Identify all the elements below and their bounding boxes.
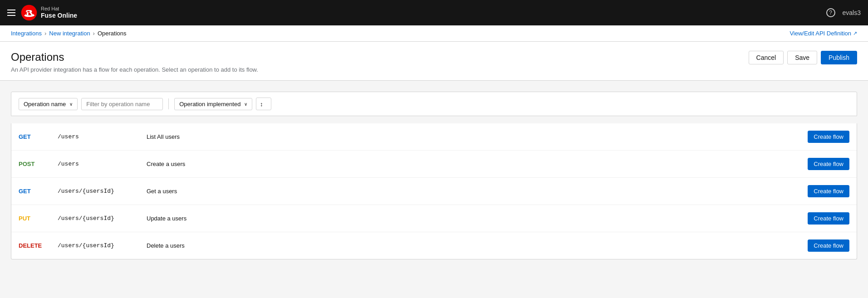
- op-path: /users/{usersId}: [58, 188, 139, 195]
- operation-name-filter-input[interactable]: [81, 98, 163, 110]
- svg-text:↕: ↕: [260, 101, 263, 107]
- brand-bottom: Fuse Online: [41, 12, 77, 20]
- breadcrumb-integrations[interactable]: Integrations: [11, 30, 42, 37]
- breadcrumb-current: Operations: [98, 30, 127, 37]
- table-row: DELETE/users/{usersId}Delete a usersCrea…: [11, 232, 857, 259]
- op-action: Create flow: [808, 212, 849, 225]
- main-content: Operation name ∨ Operation implemented ∨…: [0, 81, 868, 297]
- external-link-icon: ↗: [853, 30, 857, 36]
- operations-table: GET/usersList All usersCreate flowPOST/u…: [11, 123, 857, 259]
- page-description: An API provider integration has a flow f…: [11, 66, 258, 73]
- create-flow-button[interactable]: Create flow: [808, 185, 849, 197]
- filter-bar: Operation name ∨ Operation implemented ∨…: [11, 92, 857, 116]
- operation-status-chevron-icon: ∨: [244, 102, 247, 107]
- op-method: POST: [19, 161, 50, 167]
- cancel-button[interactable]: Cancel: [749, 51, 784, 64]
- op-description: Update a users: [147, 215, 800, 222]
- operation-name-filter-dropdown[interactable]: Operation name ∨: [19, 98, 78, 110]
- op-method: PUT: [19, 215, 50, 222]
- op-method: GET: [19, 188, 50, 195]
- save-button[interactable]: Save: [787, 51, 817, 64]
- user-label[interactable]: evals3: [843, 9, 861, 16]
- breadcrumb-new-integration[interactable]: New integration: [49, 30, 90, 37]
- op-action: Create flow: [808, 185, 849, 197]
- hamburger-menu[interactable]: [7, 10, 15, 16]
- op-path: /users/{usersId}: [58, 242, 139, 249]
- brand-top: Red Hat: [41, 6, 77, 12]
- operation-status-filter-dropdown[interactable]: Operation implemented ∨: [174, 98, 252, 110]
- op-action: Create flow: [808, 158, 849, 170]
- operation-name-filter-label: Operation name: [24, 101, 66, 107]
- publish-button[interactable]: Publish: [821, 51, 857, 64]
- sort-button[interactable]: ↕: [256, 98, 271, 110]
- create-flow-button[interactable]: Create flow: [808, 158, 849, 170]
- table-row: PUT/users/{usersId}Update a usersCreate …: [11, 205, 857, 232]
- breadcrumb: Integrations › New integration › Operati…: [11, 30, 127, 37]
- table-row: GET/usersList All usersCreate flow: [11, 123, 857, 151]
- breadcrumb-bar: Integrations › New integration › Operati…: [0, 25, 868, 42]
- breadcrumb-sep-2: ›: [93, 30, 95, 37]
- op-description: Delete a users: [147, 242, 800, 249]
- page-header-left: Operations An API provider integration h…: [11, 51, 258, 73]
- create-flow-button[interactable]: Create flow: [808, 212, 849, 225]
- help-icon[interactable]: ?: [826, 8, 835, 17]
- operation-name-chevron-icon: ∨: [69, 102, 73, 107]
- logo-area: Red Hat Fuse Online: [21, 5, 77, 21]
- table-row: GET/users/{usersId}Get a usersCreate flo…: [11, 178, 857, 205]
- op-description: Create a users: [147, 161, 800, 167]
- redhat-logo-icon: [21, 5, 37, 21]
- page-title: Operations: [11, 51, 258, 64]
- table-row: POST/usersCreate a usersCreate flow: [11, 151, 857, 178]
- page-header: Operations An API provider integration h…: [0, 42, 868, 81]
- op-description: List All users: [147, 133, 800, 140]
- breadcrumb-sep-1: ›: [44, 30, 46, 37]
- op-path: /users/{usersId}: [58, 215, 139, 222]
- create-flow-button[interactable]: Create flow: [808, 239, 849, 252]
- op-path: /users: [58, 161, 139, 167]
- op-method: DELETE: [19, 242, 50, 249]
- op-description: Get a users: [147, 188, 800, 195]
- top-nav-right: ? evals3: [826, 8, 861, 17]
- operation-status-filter-label: Operation implemented: [179, 101, 240, 107]
- filter-separator: [168, 98, 169, 109]
- view-edit-api-link[interactable]: View/Edit API Definition ↗: [790, 30, 857, 37]
- page-header-actions: Cancel Save Publish: [749, 51, 857, 64]
- create-flow-button[interactable]: Create flow: [808, 131, 849, 143]
- brand-text: Red Hat Fuse Online: [41, 6, 77, 20]
- op-action: Create flow: [808, 131, 849, 143]
- op-method: GET: [19, 133, 50, 140]
- top-nav: Red Hat Fuse Online ? evals3: [0, 0, 868, 25]
- op-path: /users: [58, 133, 139, 140]
- op-action: Create flow: [808, 239, 849, 252]
- top-nav-left: Red Hat Fuse Online: [7, 5, 77, 21]
- sort-icon: ↕: [260, 100, 267, 107]
